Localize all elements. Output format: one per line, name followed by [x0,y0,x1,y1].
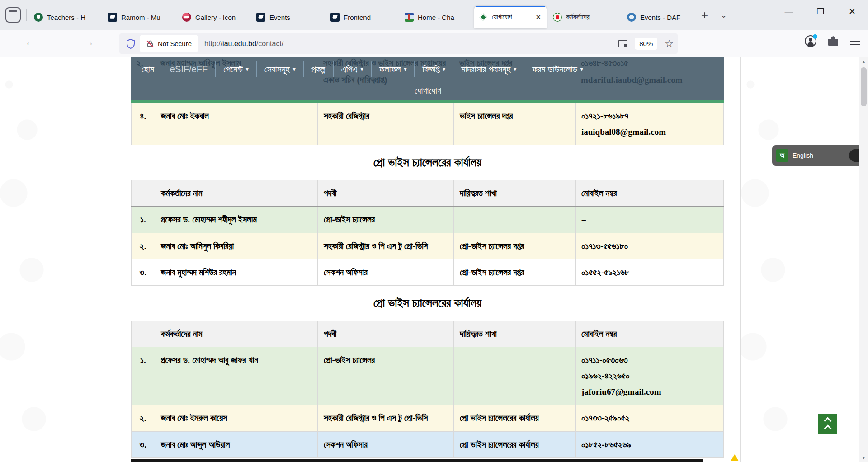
navy-graduation-cap-favicon [256,13,265,22]
cell-mobile: ০১৭৩৩-২৫৯০৫২ [576,405,724,431]
page-scrollbar[interactable]: ▲ ▼ [859,57,868,462]
bookmark-star-icon[interactable]: ☆ [665,38,674,50]
url-text[interactable]: http://iau.edu.bd/contact/ [204,40,283,48]
cell-position: প্রো-ভাইস চ্যান্সেলর [318,347,454,405]
bangladesh-govt-seal-favicon [553,13,562,22]
browser-tab[interactable]: যোগাযোগ✕ [474,6,547,28]
nav-item-8[interactable]: মাদরাসার পত্রসমূহ▾ [453,64,524,75]
nav-item-2[interactable]: পেমেন্ট▾ [216,64,256,75]
cell-position: সহকারী রেজিস্ট্রার ও পি এস টু প্রো-ভিসি [318,233,454,259]
cell-branch: প্রো ভাইস চ্যান্সেলরের কার্যালয় [454,432,576,457]
cell-name: জনাব মোঃ আব্দুল আউয়াল [155,432,318,457]
browser-tab[interactable]: Teachers - H [29,6,102,28]
nav-item-label: বিজ্ঞপ্তি [422,64,439,75]
email-address[interactable]: jaforiu67@gmail.com [581,384,717,400]
nav-item-9[interactable]: ফরম ডাউনলোড▾ [524,64,591,75]
col-header-0: কর্মকর্তাদের নাম [155,321,318,347]
college-crest-favicon [405,13,414,22]
chevron-down-icon: ▾ [361,66,363,72]
browser-tab[interactable]: Events [252,6,324,28]
table-row: ২.জনাব মোঃ আনিসুল কিবরিয়াসহকারী রেজিস্ট… [131,233,724,259]
minimize-button[interactable]: — [773,6,805,16]
nav-item-7[interactable]: বিজ্ঞপ্তি▾ [415,64,453,75]
iau-green-diamond-favicon [479,13,488,22]
tab-list-button[interactable]: ⌄ [714,11,733,19]
section-title: প্রো ভাইস চ্যান্সেলরের কার্যালয় [373,156,481,170]
browser-tab[interactable]: Frontend [326,6,398,28]
table-row: ১.প্রফেসর ড. মোহাম্মদ শহীদুল ইসলামপ্রো-ভ… [131,207,724,233]
content-right-border [740,57,741,462]
restore-button[interactable]: ❐ [805,6,836,17]
nav-item-4[interactable]: প্রকল্প [304,64,333,75]
nav-item-5[interactable]: এপিএ▾ [334,64,371,75]
window-controls: — ❐ ✕ [773,0,868,23]
browser-tab[interactable]: Gallery - Icon [178,6,250,28]
tab-close-icon[interactable]: ✕ [534,13,542,21]
cell-name: প্রফেসর ড. মোহাম্মদ আবু জাফর খান [155,347,318,405]
browser-tab[interactable]: কর্মকর্তাদের [548,6,621,28]
nav-item-0[interactable]: হোম [134,64,162,75]
right-ornament-pattern [741,57,859,462]
cell-name: প্রফেসর ড. মোহাম্মদ শহীদুল ইসলাম [155,207,318,232]
nav-item-1[interactable]: eSIF/eFF [162,64,215,75]
close-button[interactable]: ✕ [836,6,868,17]
corner-indicator [731,454,739,461]
cell-branch [454,207,576,232]
mobile-number: ০১৯৬২-৪২২৬৫০ [581,368,717,384]
browser-view-icon[interactable] [5,7,21,23]
cell-mobile: ০১৭২১-৮৬১৯৮৭iauiqbal08@gmail.com [576,103,724,145]
col-serial [131,180,155,206]
nav-item-label: ফরম ডাউনলোড [532,64,577,75]
col-header-1: পদবী [318,180,454,206]
nav-item-label: ফলাফল [379,64,401,75]
address-bar-actions: 80% ☆ [618,38,674,50]
url-path: /contact/ [256,40,283,47]
forward-button[interactable]: → [84,36,94,48]
mobile-number: ০১৭৩৩-২৫৯০৫২ [581,410,717,426]
tracking-shield-icon[interactable] [126,39,135,49]
scrollbar-thumb[interactable] [861,67,867,106]
nav-item-6[interactable]: ফলাফল▾ [372,64,415,75]
url-scheme: http:// [204,40,222,47]
picture-in-picture-icon[interactable] [618,40,627,47]
back-button[interactable]: ← [25,36,35,48]
menu-icon[interactable] [850,38,860,45]
new-tab-button[interactable]: + [695,8,714,22]
browser-tab[interactable]: Events - DAF [623,6,695,28]
left-ornament-pattern [0,57,108,462]
chevron-up-icon [824,425,832,433]
mobile-number: ০১৭১১-০৫৩০৬৩ [581,352,717,368]
col-header-3: মোবাইল নম্বর [576,180,724,206]
tab-title: Home - Cha [418,14,468,21]
email-address[interactable]: iauiqbal08@gmail.com [581,124,717,140]
zoom-level-badge[interactable]: 80% [635,38,657,50]
browser-tab[interactable]: Ramom - Mu [104,6,176,28]
tab-title: Teachers - H [47,14,97,21]
cell-serial: ১. [131,207,155,232]
cell-serial: ৪. [131,103,155,145]
nav-item-contact[interactable]: যোগাযোগ [407,82,448,99]
cell-branch: ভাইস চ্যান্সেলর দপ্তর [454,103,576,145]
tab-title: Gallery - Icon [195,14,245,21]
security-chip[interactable]: Not Secure [140,35,198,52]
toolbar-right-actions [805,35,860,47]
browser-tab[interactable]: Home - Cha [400,6,472,28]
url-domain: iau.edu.bd [222,40,256,47]
address-bar[interactable]: Not Secure http://iau.edu.bd/contact/ 80… [119,33,678,54]
scrollbar-down-arrow[interactable]: ▼ [859,453,868,462]
scroll-to-top-button[interactable] [818,414,837,434]
translate-widget[interactable]: অ English [772,145,868,166]
chevron-up-icon [824,417,832,425]
security-chip-label: Not Secure [158,40,192,47]
scrollbar-up-arrow[interactable]: ▲ [859,57,868,66]
cell-position: সেকশন অফিসার [318,259,454,285]
extensions-icon[interactable] [828,36,838,46]
page-viewport: ২.জনাব মুহাম্মদ আরিফুল ইসলামসহকারী রেজিস… [0,57,868,462]
account-icon[interactable] [805,35,816,47]
tab-title: Events - DAF [640,14,690,21]
table-row: ১.প্রফেসর ড. মোহাম্মদ আবু জাফর খানপ্রো-ভ… [131,347,724,405]
nav-item-3[interactable]: সেবাসমূহ▾ [257,64,303,75]
cell-mobile: ০১৭১৩-৫৫৬১৮০ [576,233,724,259]
nav-item-label: প্রকল্প [311,64,326,75]
cell-mobile: – [576,207,724,232]
